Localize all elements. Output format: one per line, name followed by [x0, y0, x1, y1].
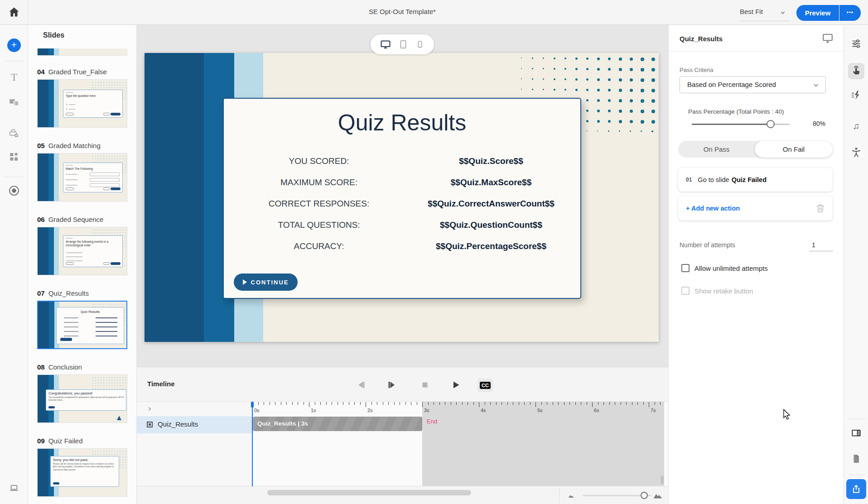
device-screen-icon[interactable]	[9, 482, 19, 495]
zoom-in-icon[interactable]	[652, 490, 663, 502]
ruler-tick	[530, 402, 530, 405]
previous-frame-icon[interactable]	[356, 379, 366, 392]
slide-item-07[interactable]: 07Quiz_ResultsQuiz Results	[37, 289, 128, 350]
ruler-tick	[275, 402, 275, 405]
slide-thumbnail[interactable]: Type the question here	[37, 79, 127, 128]
slide-canvas[interactable]: Quiz Results YOU SCORED:$$Quiz.Score$$MA…	[145, 53, 659, 342]
unlimited-attempts-checkbox[interactable]	[681, 264, 690, 272]
audio-icon[interactable]: ♫	[853, 121, 860, 131]
thumb-band	[38, 48, 48, 55]
ruler-tick	[456, 402, 457, 405]
preview-button[interactable]: Preview	[796, 5, 839, 21]
closed-captions-button[interactable]: CC	[477, 379, 493, 392]
play-button-icon[interactable]	[450, 379, 461, 392]
chevron-right-icon[interactable]	[147, 405, 152, 413]
record-icon[interactable]	[8, 184, 20, 199]
slide-item-06[interactable]: 06Graded SequenceArrange the following e…	[37, 216, 128, 276]
ruler-tick	[332, 402, 332, 405]
desktop-preview-icon[interactable]	[380, 39, 391, 50]
timeline-vertical-scrollbar[interactable]	[661, 476, 664, 484]
left-toolbar: + T	[0, 25, 28, 504]
ruler-tick	[524, 402, 525, 405]
widgets-icon[interactable]	[8, 151, 20, 164]
thumb-submit-pill	[111, 187, 121, 190]
action-item[interactable]: 01 Go to slide Quiz Failed	[678, 168, 833, 192]
playhead[interactable]	[252, 402, 253, 486]
add-content-button[interactable]: +	[7, 38, 21, 52]
ruler-tick	[558, 402, 559, 405]
interaction-tap-icon[interactable]	[850, 64, 862, 78]
notes-document-icon[interactable]	[851, 453, 862, 466]
text-tool-icon[interactable]: T	[11, 71, 18, 83]
next-frame-icon[interactable]	[386, 379, 397, 392]
home-icon[interactable]	[7, 5, 21, 19]
result-row: ACCURACY:$$Quiz.PercentageScore$$	[224, 240, 580, 253]
pass-criteria-select[interactable]: Based on Percentage Scored	[680, 76, 826, 93]
ruler-tick	[479, 402, 479, 407]
tab-on-fail[interactable]: On Fail	[755, 141, 833, 158]
tablet-preview-icon[interactable]	[398, 39, 408, 49]
slide-thumbnail[interactable]: Arrange the following events in a chrono…	[37, 227, 127, 275]
slide-thumbnail[interactable]: Quiz Results	[37, 301, 127, 349]
thumb-card-title: Match The Following	[66, 167, 120, 171]
zoom-mode-select[interactable]: Best Fit	[740, 8, 763, 15]
properties-sliders-icon[interactable]	[850, 38, 862, 51]
ruler-tick	[422, 402, 423, 407]
timeline-track-row[interactable]: Quiz_Results	[137, 416, 252, 433]
ruler-tick	[603, 402, 604, 405]
chevron-down-icon[interactable]	[779, 9, 786, 18]
slide-item-08[interactable]: 08ConclusionCongratulations, you passed!…	[37, 363, 128, 424]
quiz-results-card[interactable]: Quiz Results YOU SCORED:$$Quiz.Score$$MA…	[223, 98, 581, 299]
show-retake-checkbox[interactable]	[681, 287, 690, 295]
add-new-action-link[interactable]: + Add new action	[686, 205, 740, 212]
more-options-button[interactable]: •••	[839, 5, 861, 21]
slide-item-04[interactable]: 04Graded True_FalseType the question her…	[37, 68, 128, 129]
pass-criteria-value: Based on Percentage Scored	[687, 81, 776, 88]
pass-percentage-slider[interactable]	[692, 124, 790, 125]
interactive-element-icon[interactable]	[8, 127, 20, 141]
thumb-band-navy	[38, 302, 49, 348]
zoom-out-icon[interactable]	[567, 491, 575, 501]
stop-icon[interactable]	[420, 379, 430, 392]
tab-on-pass[interactable]: On Pass	[678, 141, 755, 158]
pattern-dot	[651, 130, 653, 132]
thumb-result-label	[64, 336, 78, 336]
pattern-dot	[554, 78, 555, 80]
timeline-horizontal-scrollbar[interactable]	[267, 490, 471, 495]
attempts-input[interactable]: 1	[809, 240, 833, 251]
share-button[interactable]	[846, 479, 866, 499]
pattern-dot	[641, 99, 644, 103]
thumb-back-pill	[66, 187, 74, 190]
quick-actions-icon[interactable]	[850, 89, 862, 103]
object-icon	[147, 422, 153, 427]
slide-item-09[interactable]: 09Quiz FailedSorry, you did not pass.Ple…	[37, 437, 128, 498]
slide-thumbnail[interactable]: Match The Following	[37, 153, 127, 202]
pattern-dot	[630, 130, 631, 132]
timeline-zoom-thumb[interactable]	[641, 492, 648, 499]
add-action-row[interactable]: + Add new action	[678, 196, 833, 221]
continue-button[interactable]: CONTINUE	[234, 274, 298, 291]
slider-thumb[interactable]	[767, 120, 775, 128]
slides-panel: Slides 04Graded True_FalseType the quest…	[28, 25, 137, 504]
slide-thumbnail[interactable]: Congratulations, you passed!You successf…	[37, 374, 127, 423]
trash-icon[interactable]	[815, 202, 826, 216]
slide-title: Quiz_Results	[48, 289, 89, 297]
thumb-card-body: You successfully completed this assessme…	[48, 396, 124, 402]
pattern-dot	[532, 78, 533, 80]
canvas-area: Quiz Results YOU SCORED:$$Quiz.Score$$MA…	[137, 25, 668, 367]
media-tool-icon[interactable]	[8, 96, 20, 110]
timeline-ruler[interactable]: 0s1s2s3s4s5s6s7s	[252, 402, 664, 416]
accessibility-icon[interactable]	[850, 146, 862, 160]
display-preview-icon[interactable]	[822, 32, 834, 46]
timeline-clip[interactable]: Quiz_Results | 3s	[253, 417, 422, 431]
thumb-card-title: Sorry, you did not pass.	[53, 458, 116, 462]
slide-thumbnail[interactable]: Sorry, you did not pass.Please call the …	[37, 448, 127, 497]
slide-item-05[interactable]: 05Graded MatchingMatch The Following	[37, 142, 128, 202]
panel-layout-icon[interactable]	[850, 427, 862, 441]
thumb-question-line	[66, 174, 77, 175]
ruler-tick	[360, 402, 361, 405]
ruler-tick	[473, 402, 474, 405]
partial-slide-thumbnail[interactable]	[37, 48, 127, 56]
mobile-preview-icon[interactable]	[415, 40, 424, 49]
pattern-dot	[597, 130, 598, 131]
